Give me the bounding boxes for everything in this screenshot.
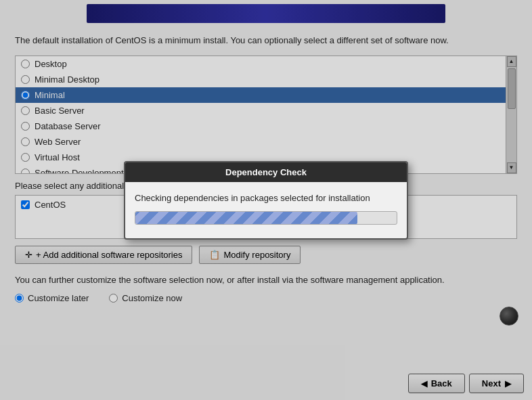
dialog-body: Checking dependencies in packages select… bbox=[125, 182, 407, 238]
dialog-title-bar: Dependency Check bbox=[125, 162, 407, 182]
progress-bar-fill bbox=[135, 212, 357, 224]
dependency-check-dialog: Dependency Check Checking dependencies i… bbox=[124, 161, 408, 240]
dialog-overlay: Dependency Check Checking dependencies i… bbox=[0, 0, 532, 400]
dialog-message: Checking dependencies in packages select… bbox=[135, 193, 397, 203]
progress-bar-track bbox=[135, 211, 397, 225]
dialog-title: Dependency Check bbox=[225, 167, 307, 177]
